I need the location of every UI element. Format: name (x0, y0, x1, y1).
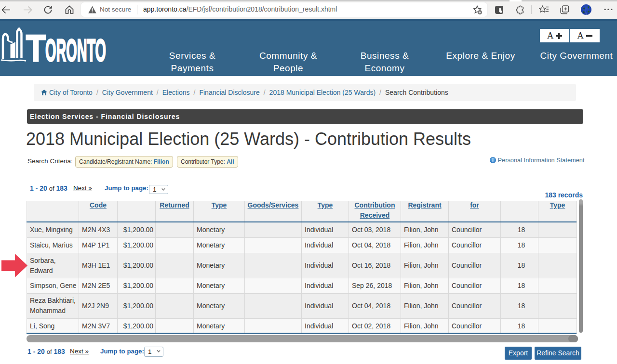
svg-text:ORONTO: ORONTO (45, 33, 106, 68)
svg-text:T: T (26, 27, 46, 69)
